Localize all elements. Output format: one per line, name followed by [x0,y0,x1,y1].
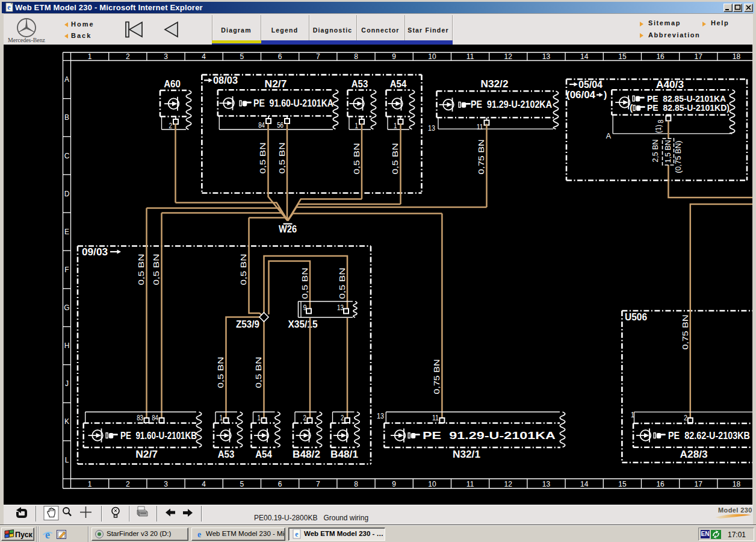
svg-text:0,5 BN: 0,5 BN [259,142,267,173]
svg-text:D: D [64,189,70,198]
svg-text:7: 7 [316,480,320,488]
svg-text:A53: A53 [352,78,368,89]
svg-text:1,5 BN: 1,5 BN [664,140,672,163]
svg-text:A60: A60 [164,78,181,89]
svg-text:PE 82.62-U-2103KB: PE 82.62-U-2103KB [668,430,750,441]
svg-text:10: 10 [428,52,436,61]
svg-text:14: 14 [580,480,589,488]
svg-text:6: 6 [278,480,282,488]
svg-text:F: F [64,265,69,273]
svg-text:11: 11 [466,52,474,61]
svg-text:2: 2 [684,414,687,422]
svg-text:4: 4 [202,52,206,61]
svg-text:(: ( [630,102,633,113]
svg-text:(06/04: (06/04 [566,90,595,100]
svg-text:N32/1: N32/1 [453,449,480,459]
svg-text:e: e [295,530,299,538]
svg-text:13: 13 [428,123,435,132]
svg-text:e: e [7,3,11,11]
svg-text:1: 1 [220,414,223,422]
svg-text:09/03: 09/03 [82,247,108,257]
svg-text:C: C [64,151,70,160]
svg-text:1: 1 [88,480,92,488]
svg-text:): ) [604,90,607,100]
svg-text:PE 91.60-U-2101KB: PE 91.60-U-2101KB [120,430,197,441]
svg-text:18: 18 [733,52,741,61]
svg-text:10: 10 [428,480,436,488]
svg-text:13: 13 [542,480,551,488]
svg-text:2: 2 [126,52,130,61]
svg-text:8: 8 [354,52,358,61]
svg-text:16: 16 [656,480,665,488]
svg-text:0,5 BN: 0,5 BN [338,267,347,299]
svg-text:A: A [606,131,612,140]
svg-text:A54: A54 [390,78,407,89]
svg-text:5: 5 [240,480,244,488]
svg-text:PE 82.85-U-2101KD): PE 82.85-U-2101KD) [647,102,730,113]
svg-text:0,5 BN: 0,5 BN [255,357,263,388]
svg-text:0,5 BN: 0,5 BN [152,254,161,285]
svg-text:18: 18 [733,480,741,488]
svg-text:B: B [64,113,69,122]
svg-text:e: e [45,529,50,540]
svg-text:83: 83 [137,414,143,422]
svg-text:2: 2 [303,414,307,422]
svg-text:2: 2 [169,122,173,130]
svg-text:84: 84 [258,121,265,129]
svg-text:11: 11 [432,414,439,422]
svg-text:G: G [64,304,69,312]
svg-text:9: 9 [392,480,396,488]
svg-text:3: 3 [164,480,168,488]
svg-text:0,5 BN: 0,5 BN [137,254,146,285]
svg-text:X35/15: X35/15 [288,319,318,329]
svg-text:1: 1 [394,122,397,130]
svg-text:12: 12 [504,52,513,61]
svg-text:L: L [65,455,69,464]
svg-text:U506: U506 [625,311,647,322]
svg-text:8: 8 [354,480,358,488]
svg-text:1: 1 [631,410,634,419]
svg-text:A40/3: A40/3 [656,79,684,90]
svg-text:16: 16 [656,52,665,61]
svg-text:J: J [65,379,69,388]
svg-text:B48/2: B48/2 [293,449,320,459]
svg-text:9: 9 [392,52,396,61]
svg-text:3: 3 [164,52,168,61]
svg-text:15: 15 [618,480,627,488]
svg-text:13: 13 [337,304,344,312]
svg-text:0,5 BN: 0,5 BN [217,357,225,388]
svg-text:84: 84 [152,414,158,422]
svg-text:W26: W26 [279,223,297,234]
svg-text:A53: A53 [218,449,235,459]
svg-text:1: 1 [258,414,261,422]
svg-text:8: 8 [657,119,666,123]
svg-text:1: 1 [88,52,92,61]
svg-text:5: 5 [240,52,244,61]
svg-text:56: 56 [277,121,284,129]
svg-text:PE 91.29-U-2101KA: PE 91.29-U-2101KA [423,430,556,441]
svg-text:N32/2: N32/2 [481,78,509,89]
svg-text:B48/1: B48/1 [330,449,358,459]
svg-text:2: 2 [126,480,130,488]
svg-text:0,5 BN: 0,5 BN [353,143,361,174]
svg-text:H: H [64,341,70,350]
svg-text:2: 2 [341,414,344,422]
svg-text:05/04: 05/04 [578,79,603,89]
svg-text:A28/3: A28/3 [680,449,708,459]
svg-text:(1): (1) [654,125,663,133]
svg-text:08/03: 08/03 [213,75,238,86]
svg-text:17: 17 [695,480,703,488]
svg-text:4: 4 [202,480,206,488]
svg-text:E: E [64,227,69,235]
svg-text:N2/7: N2/7 [135,449,158,459]
svg-text:13: 13 [377,411,384,420]
svg-text:N2/7: N2/7 [265,78,287,89]
svg-text:1: 1 [355,122,359,130]
svg-text:7: 7 [316,52,320,61]
svg-text:11: 11 [477,122,483,131]
svg-text:2,5 BN: 2,5 BN [651,139,660,162]
svg-text:13: 13 [542,52,551,61]
svg-text:K: K [64,417,69,426]
svg-text:Z53/9: Z53/9 [236,319,259,329]
svg-text:0,75 BN: 0,75 BN [433,359,441,394]
